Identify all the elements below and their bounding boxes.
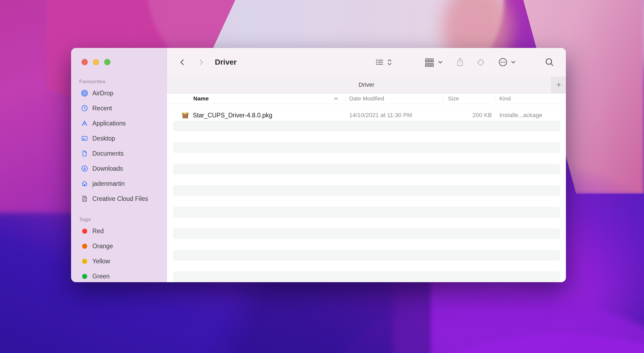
empty-row [173,228,560,239]
chevron-down-icon [511,61,516,64]
empty-row [173,121,560,131]
sidebar-section-tags: Tags [71,215,167,223]
search-icon [544,57,555,67]
tag-red-dot [81,227,88,235]
search-button[interactable] [544,48,555,76]
column-header-name[interactable]: Name [193,93,209,104]
empty-row [173,164,560,174]
download-circle-icon [81,165,88,172]
sidebar-item-label: Creative Cloud Files [92,195,148,202]
plus-icon: + [556,80,561,89]
view-mode-button[interactable] [375,48,392,76]
empty-row [173,218,560,228]
empty-row [173,196,560,207]
sidebar-item-tag-red[interactable]: Red [71,223,167,239]
empty-row [173,142,560,153]
more-actions-button[interactable] [498,48,516,76]
traffic-lights [82,59,110,65]
column-header-size[interactable]: Size [448,93,459,104]
sidebar-item-tag-yellow[interactable]: Yellow [71,254,167,269]
empty-row [173,271,560,282]
group-view-icon [424,57,435,67]
new-tab-button[interactable]: + [551,76,566,93]
document-icon [81,150,88,157]
file-kind: Installe...ackage [499,110,542,121]
empty-row [173,153,560,164]
sidebar-item-label: Red [92,228,104,235]
empty-row [173,207,560,218]
empty-row [173,239,560,250]
package-icon [181,111,190,120]
zoom-button[interactable] [104,59,110,65]
minimize-button[interactable] [93,59,99,65]
sidebar-item-home[interactable]: jadenmartin [71,176,167,191]
list-column-headers: Name Date Modified Size Kind [167,93,566,104]
sidebar-item-label: Yellow [92,258,110,265]
sort-ascending-icon[interactable] [334,93,338,104]
sidebar-item-documents[interactable]: Documents [71,146,167,161]
path-tab-bar: Driver + [167,76,566,93]
column-divider[interactable] [345,95,346,102]
window-title: Driver [215,48,237,76]
sidebar-item-downloads[interactable]: Downloads [71,161,167,176]
sidebar-item-recent[interactable]: Recent [71,101,167,116]
tag-green-dot [81,272,88,280]
sidebar-item-label: Desktop [92,135,115,142]
back-button[interactable] [178,48,186,76]
clock-icon [81,104,88,112]
sidebar-item-label: Downloads [92,165,123,172]
sidebar-item-label: Green [92,273,110,280]
finder-main: Driver [167,48,566,282]
tab-driver[interactable]: Driver [359,81,374,88]
file-size: 200 KB [472,110,492,121]
desktop-icon [81,135,88,142]
sidebar-item-tag-green[interactable]: Green [71,269,167,282]
sidebar-item-desktop[interactable]: Desktop [71,131,167,146]
tag-orange-dot [81,242,88,250]
chevron-down-icon [438,61,443,64]
sidebar-item-airdrop[interactable]: AirDrop [71,86,167,101]
sidebar-item-label: AirDrop [92,90,113,97]
empty-row [173,131,560,142]
empty-row [173,174,560,185]
home-icon [81,180,88,187]
toolbar: Driver [167,48,566,76]
sidebar-item-label: Orange [92,243,113,250]
ellipsis-circle-icon [498,57,508,68]
group-by-button[interactable] [424,48,443,76]
empty-row [173,261,560,271]
sidebar-section-favourites: Favourites [71,78,167,86]
column-header-date-modified[interactable]: Date Modified [349,93,384,104]
list-view-icon [375,58,384,67]
tag-yellow-dot [81,257,88,265]
sidebar-item-applications[interactable]: Applications [71,116,167,131]
column-divider[interactable] [495,95,495,102]
file-list: Star_CUPS_Driver-4.8.0.pkg 14/10/2021 at… [167,104,566,282]
app-store-a-icon [81,120,88,127]
forward-button[interactable] [197,48,205,76]
finder-window: Favourites AirDrop Recent [71,48,566,282]
share-icon [456,57,465,68]
sidebar-content: Favourites AirDrop Recent [71,78,167,282]
creative-cloud-file-icon [81,195,88,202]
close-button[interactable] [82,59,88,65]
airdrop-icon [81,89,88,97]
sidebar-item-label: Applications [92,120,126,127]
sidebar: Favourites AirDrop Recent [71,48,167,282]
file-name: Star_CUPS_Driver-4.8.0.pkg [193,110,272,121]
sidebar-item-label: jadenmartin [92,180,125,187]
file-row[interactable]: Star_CUPS_Driver-4.8.0.pkg 14/10/2021 at… [173,110,560,121]
tags-button[interactable] [475,48,486,76]
sidebar-item-tag-orange[interactable]: Orange [71,239,167,254]
chevron-up-down-icon [387,58,392,66]
sidebar-item-label: Recent [92,105,112,112]
sidebar-item-creative-cloud-files[interactable]: Creative Cloud Files [71,191,167,206]
sidebar-item-label: Documents [92,150,124,157]
share-button[interactable] [456,48,465,76]
empty-row [173,250,560,261]
desktop: Favourites AirDrop Recent [0,0,644,353]
column-divider[interactable] [443,95,443,102]
column-header-kind[interactable]: Kind [499,93,511,104]
file-date-modified: 14/10/2021 at 11:30 PM [349,110,412,121]
tag-icon [475,57,486,67]
